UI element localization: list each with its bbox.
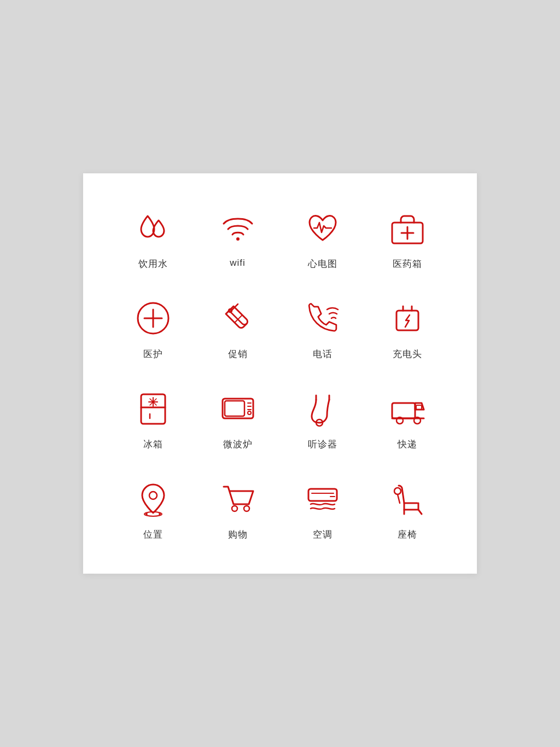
medical-kit-label: 医药箱 — [393, 258, 422, 270]
icon-grid: 饮用水 wifi — [116, 206, 444, 541]
svg-point-0 — [236, 237, 240, 241]
svg-line-8 — [235, 315, 242, 323]
delivery-icon — [386, 387, 429, 430]
svg-rect-20 — [225, 401, 244, 416]
icon-sheet: 饮用水 wifi — [83, 173, 477, 574]
svg-point-24 — [248, 411, 251, 415]
icon-item-phone: 电话 — [285, 296, 359, 360]
microwave-icon — [216, 387, 260, 430]
delivery-label: 快递 — [398, 438, 417, 451]
stethoscope-icon — [301, 387, 345, 430]
svg-point-38 — [244, 506, 249, 511]
drinking-water-icon — [131, 206, 175, 250]
icon-item-ecg: 心电图 — [285, 206, 359, 270]
svg-rect-28 — [392, 403, 415, 418]
svg-point-36 — [159, 513, 161, 515]
svg-point-37 — [232, 506, 237, 511]
stethoscope-label: 听诊器 — [308, 438, 337, 451]
icon-item-drinking-water: 饮用水 — [116, 206, 190, 270]
medical-cross-label: 医护 — [143, 348, 163, 360]
drinking-water-label: 饮用水 — [138, 258, 168, 270]
icon-item-ac: 空调 — [285, 477, 359, 541]
icon-item-charger: 充电头 — [370, 296, 444, 360]
wifi-icon — [216, 206, 260, 250]
medical-cross-icon — [131, 296, 175, 340]
phone-label: 电话 — [313, 348, 332, 360]
icon-item-fridge: 冰箱 — [116, 387, 190, 451]
svg-point-44 — [394, 488, 401, 494]
charger-icon — [386, 296, 429, 340]
icon-item-stethoscope: 听诊器 — [285, 387, 359, 451]
shopping-icon — [216, 477, 260, 521]
fridge-icon — [131, 387, 175, 430]
ecg-icon — [301, 206, 345, 250]
microwave-label: 微波炉 — [223, 438, 253, 451]
icon-item-shopping: 购物 — [201, 477, 275, 541]
svg-rect-19 — [223, 399, 253, 418]
icon-item-location: 位置 — [116, 477, 190, 541]
promotion-icon — [216, 296, 260, 340]
svg-rect-39 — [308, 489, 337, 501]
location-icon — [131, 477, 175, 521]
icon-item-promotion: 促销 — [201, 296, 275, 360]
location-label: 位置 — [143, 528, 163, 541]
svg-line-42 — [418, 510, 422, 514]
ac-icon — [301, 477, 345, 521]
seat-label: 座椅 — [398, 528, 417, 541]
ac-label: 空调 — [313, 528, 332, 541]
seat-icon — [386, 477, 429, 521]
icon-item-seat: 座椅 — [370, 477, 444, 541]
svg-point-33 — [149, 492, 157, 499]
svg-point-35 — [145, 513, 148, 515]
promotion-label: 促销 — [228, 348, 248, 360]
icon-item-wifi: wifi — [201, 206, 275, 270]
icon-item-microwave: 微波炉 — [201, 387, 275, 451]
phone-icon — [301, 296, 345, 340]
icon-item-delivery: 快递 — [370, 387, 444, 451]
wifi-label: wifi — [230, 258, 246, 269]
icon-item-medical-kit: 医药箱 — [370, 206, 444, 270]
shopping-label: 购物 — [228, 528, 248, 541]
ecg-label: 心电图 — [308, 258, 337, 270]
charger-label: 充电头 — [393, 348, 422, 360]
medical-kit-icon — [386, 206, 429, 250]
fridge-label: 冰箱 — [143, 438, 163, 451]
icon-item-medical-cross: 医护 — [116, 296, 190, 360]
